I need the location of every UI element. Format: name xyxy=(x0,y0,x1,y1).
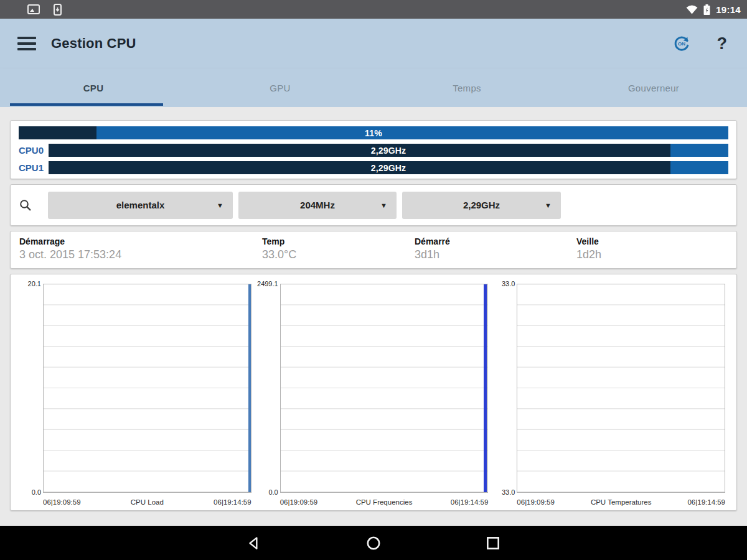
search-icon xyxy=(19,198,32,212)
svg-text:ON: ON xyxy=(678,41,685,47)
total-load-row: 11% xyxy=(19,126,728,139)
info-sleep-time: Veille 1d2h xyxy=(576,236,728,263)
cpu1-label: CPU1 xyxy=(19,162,49,173)
info-label: Veille xyxy=(576,236,728,246)
tab-cpu[interactable]: CPU xyxy=(0,68,187,107)
cpu0-row: CPU0 2,29GHz xyxy=(19,144,728,157)
governor-dropdown[interactable]: elementalx ▼ xyxy=(48,192,233,219)
chevron-down-icon: ▼ xyxy=(545,202,552,209)
x-end-label: 06|19:14:59 xyxy=(451,498,489,506)
y-axis-max-label: 2499.1 xyxy=(257,280,278,287)
main-content: 11% CPU0 2,29GHz CPU1 2,29GHz xyxy=(0,107,747,526)
x-axis-row: 06|19:09:59 CPU Temperatures 06|19:14:59 xyxy=(517,498,725,506)
battery-icon xyxy=(703,4,710,15)
governor-card: elementalx ▼ 204MHz ▼ 2,29GHz ▼ xyxy=(10,184,737,226)
x-end-label: 06|19:14:59 xyxy=(214,498,251,506)
y-axis-max-label: 33.0 xyxy=(502,280,515,287)
screenshot-icon xyxy=(27,4,40,14)
cpu-frequencies-chart: 2499.1 0.0 06|19:09:59 CPU Frequencies 0… xyxy=(255,274,492,510)
y-axis-min-label: 0.0 xyxy=(32,488,41,496)
menu-icon[interactable] xyxy=(17,37,36,50)
tab-temps[interactable]: Temps xyxy=(374,68,560,107)
plot-area xyxy=(280,284,489,493)
app-bar: Gestion CPU ON ? xyxy=(0,19,747,68)
x-axis-row: 06|19:09:59 CPU Frequencies 06|19:14:59 xyxy=(280,498,489,506)
info-uptime: Démarré 3d1h xyxy=(415,236,576,263)
wifi-icon xyxy=(686,5,698,14)
x-start-label: 06|19:09:59 xyxy=(43,498,81,506)
info-label: Temp xyxy=(262,236,415,246)
cpu0-frequency-bar: 2,29GHz xyxy=(49,144,728,157)
total-load-value: 11% xyxy=(19,126,728,139)
chevron-down-icon: ▼ xyxy=(217,202,223,209)
clock-time: 19:14 xyxy=(716,4,741,15)
series-line xyxy=(722,284,725,492)
chart-title: CPU Frequencies xyxy=(356,498,413,506)
max-frequency-dropdown-value: 2,29GHz xyxy=(463,200,500,210)
set-on-boot-icon[interactable]: ON xyxy=(672,34,691,53)
y-axis-min-label: 33.0 xyxy=(502,488,515,496)
x-start-label: 06|19:09:59 xyxy=(280,498,318,506)
search-button[interactable] xyxy=(19,198,42,212)
info-label: Démarré xyxy=(415,236,576,246)
help-icon[interactable]: ? xyxy=(715,35,730,52)
chart-title: CPU Temperatures xyxy=(591,498,652,506)
info-value: 33.0°C xyxy=(262,248,415,261)
charts-card: 20.1 0.0 06|19:09:59 CPU Load 06|19:14:5… xyxy=(10,274,737,511)
chart-title: CPU Load xyxy=(131,498,164,506)
total-load-bar: 11% xyxy=(19,126,728,139)
governor-dropdown-value: elementalx xyxy=(116,200,165,210)
info-temperature: Temp 33.0°C xyxy=(262,236,415,263)
usb-download-icon xyxy=(54,4,62,16)
plot-area xyxy=(517,284,725,493)
cpu1-frequency-bar: 2,29GHz xyxy=(49,161,728,174)
max-frequency-dropdown[interactable]: 2,29GHz ▼ xyxy=(402,192,561,219)
back-icon[interactable] xyxy=(246,535,262,551)
system-info-card: Démarrage 3 oct. 2015 17:53:24 Temp 33.0… xyxy=(10,231,737,269)
info-value: 3d1h xyxy=(415,248,576,261)
recents-icon[interactable] xyxy=(485,535,501,551)
y-axis-max-label: 20.1 xyxy=(28,280,41,287)
min-frequency-dropdown[interactable]: 204MHz ▼ xyxy=(238,192,397,219)
chevron-down-icon: ▼ xyxy=(380,202,387,209)
cpu-temperatures-chart: 33.0 33.0 06|19:09:59 CPU Temperatures 0… xyxy=(492,274,729,510)
tab-gouverneur[interactable]: Gouverneur xyxy=(560,68,747,107)
page-title: Gestion CPU xyxy=(51,35,136,52)
cpu0-frequency-value: 2,29GHz xyxy=(49,144,728,157)
status-bar: 19:14 xyxy=(0,0,747,19)
info-value: 3 oct. 2015 17:53:24 xyxy=(19,248,262,261)
series-line xyxy=(484,284,487,492)
cpu-usage-card: 11% CPU0 2,29GHz CPU1 2,29GHz xyxy=(10,120,737,179)
min-frequency-dropdown-value: 204MHz xyxy=(300,200,335,210)
x-start-label: 06|19:09:59 xyxy=(517,498,555,506)
x-end-label: 06|19:14:59 xyxy=(687,498,725,506)
x-axis-row: 06|19:09:59 CPU Load 06|19:14:59 xyxy=(43,498,251,506)
cpu-load-chart: 20.1 0.0 06|19:09:59 CPU Load 06|19:14:5… xyxy=(18,274,255,510)
home-icon[interactable] xyxy=(365,535,382,551)
info-boot-time: Démarrage 3 oct. 2015 17:53:24 xyxy=(19,236,262,263)
android-navigation-bar xyxy=(0,526,747,560)
series-line xyxy=(248,284,251,492)
info-value: 1d2h xyxy=(576,248,728,261)
cpu1-frequency-value: 2,29GHz xyxy=(49,161,728,174)
tab-gpu[interactable]: GPU xyxy=(187,68,374,107)
plot-area xyxy=(43,284,251,493)
cpu0-label: CPU0 xyxy=(19,145,49,156)
y-axis-min-label: 0.0 xyxy=(268,488,278,496)
info-label: Démarrage xyxy=(19,236,262,246)
tab-bar: CPU GPU Temps Gouverneur xyxy=(0,68,747,107)
cpu1-row: CPU1 2,29GHz xyxy=(19,161,728,174)
